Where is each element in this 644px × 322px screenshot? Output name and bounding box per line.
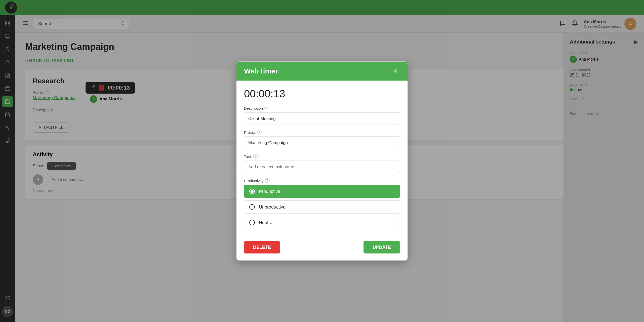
unproductive-radio (249, 204, 255, 210)
description-input[interactable] (244, 112, 400, 125)
productive-radio (249, 189, 255, 194)
modal-body: 00:00:13 Description i Project i Task i (236, 81, 408, 241)
update-button[interactable]: UPDATE (364, 241, 400, 254)
project-form-label: Project i (244, 130, 400, 135)
task-form-label: Task i (244, 154, 400, 159)
task-info-icon: i (253, 154, 258, 159)
description-form-group: Description i (244, 106, 400, 125)
description-form-label: Description i (244, 106, 400, 110)
delete-button[interactable]: DELETE (244, 241, 280, 254)
description-info-icon: i (264, 106, 269, 110)
neutral-radio (249, 220, 255, 225)
project-input[interactable] (244, 137, 400, 149)
project-form-group: Project i (244, 130, 400, 149)
task-input[interactable] (244, 161, 400, 173)
task-form-group: Task i (244, 154, 400, 173)
unproductive-option[interactable]: Unproductive (244, 200, 400, 214)
productivity-form-label: Productivity i (244, 178, 400, 183)
modal-timer-display: 00:00:13 (244, 88, 400, 100)
modal-close-button[interactable]: ✕ (391, 67, 400, 76)
modal-footer: DELETE UPDATE (236, 241, 408, 261)
modal-title: Web timer (244, 67, 278, 75)
productive-option[interactable]: Productive (244, 185, 400, 198)
productivity-form-group: Productivity i Productive Unproductive N… (244, 178, 400, 229)
web-timer-modal: Web timer ✕ 00:00:13 Description i Proje… (236, 62, 408, 261)
neutral-option[interactable]: Neutral (244, 216, 400, 229)
productivity-info-icon: i (265, 178, 270, 183)
modal-header: Web timer ✕ (236, 62, 408, 81)
project-info-icon-modal: i (257, 130, 262, 135)
